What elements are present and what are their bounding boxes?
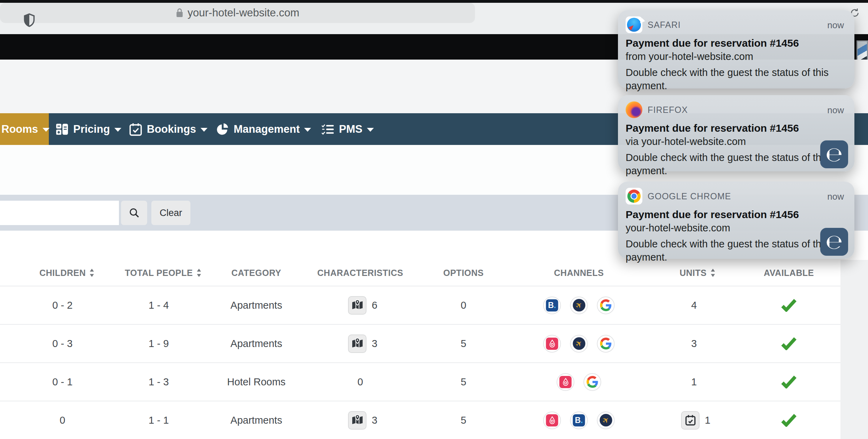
nav-item-rooms[interactable]: Rooms <box>1 113 50 145</box>
channel-icon-airbnb[interactable] <box>543 335 561 353</box>
nav-item-pricing[interactable]: Pricing <box>55 113 121 145</box>
google-logo <box>587 376 598 388</box>
airbnb-logo <box>547 338 557 349</box>
cell-total-people: 1 - 3 <box>149 363 169 401</box>
chevron-down-icon <box>304 128 311 132</box>
notification-header: GOOGLE CHROME <box>626 187 845 205</box>
characteristics-count: 3 <box>372 338 377 349</box>
column-header-category: CATEGORY <box>232 260 281 286</box>
cell-available <box>781 286 797 324</box>
characteristics-count: 3 <box>372 415 377 426</box>
cell-units: 4 <box>691 286 697 324</box>
channel-icon-booking[interactable]: B. <box>543 296 561 314</box>
search-input[interactable] <box>0 201 119 225</box>
notification-firefox[interactable]: FIREFOX now Payment due for reservation … <box>618 95 854 171</box>
chevron-down-icon <box>367 128 374 132</box>
cell-category: Apartments <box>231 401 282 439</box>
cell-available <box>781 363 797 401</box>
notification-title: Payment due for reservation #1456 <box>626 209 845 221</box>
table-header-row: CHILDREN TOTAL PEOPLE CATEGORY CHARACTER… <box>0 260 840 286</box>
table-row: 0 - 2 1 - 4 Apartments 6 0 B. ✈ <box>0 286 840 324</box>
nav-item-bookings[interactable]: Bookings <box>129 113 207 145</box>
cell-channels: B. ✈ <box>543 286 615 324</box>
notification-title: Payment due for reservation #1456 <box>626 37 845 49</box>
nav-label-bookings: Bookings <box>147 123 196 136</box>
channel-icon-expedia[interactable]: ✈ <box>570 335 588 353</box>
cell-category: Apartments <box>231 286 282 324</box>
notification-body: Double check with the guest the status o… <box>626 66 835 92</box>
safari-icon <box>626 16 642 33</box>
channel-icon-airbnb[interactable] <box>557 373 574 391</box>
nav-item-management[interactable]: Management <box>216 113 311 145</box>
characteristics-map-button[interactable] <box>348 411 367 430</box>
available-check-icon <box>781 375 797 388</box>
cell-total-people: 1 - 1 <box>149 401 169 439</box>
cell-channels: B. ✈ <box>543 401 615 439</box>
nav-label-management: Management <box>234 123 300 136</box>
privacy-shield-icon[interactable] <box>23 13 36 28</box>
cell-options: 5 <box>461 363 466 401</box>
notification-subtitle: from your-hotel-website.com <box>626 51 845 62</box>
search-button[interactable] <box>121 201 147 225</box>
airbnb-logo <box>560 377 571 387</box>
table-row: 0 - 3 1 - 9 Apartments 3 5 <box>0 324 840 362</box>
page-right-gutter <box>840 260 868 439</box>
sort-icon <box>196 268 202 277</box>
cell-available <box>781 325 797 362</box>
screenshot-root: { "browser": { "url": "your-hotel-websit… <box>0 0 868 439</box>
search-icon <box>129 207 140 218</box>
cell-characteristics: 3 <box>348 325 377 362</box>
cell-total-people: 1 - 9 <box>149 325 169 362</box>
cell-options: 5 <box>461 401 466 439</box>
units-calendar-button[interactable] <box>681 411 700 430</box>
channel-icon-expedia[interactable]: ✈ <box>570 296 588 314</box>
column-header-total-people[interactable]: TOTAL PEOPLE <box>125 260 202 286</box>
firefox-icon <box>626 101 642 118</box>
address-bar[interactable]: your-hotel-website.com <box>0 3 475 23</box>
notification-chrome[interactable]: GOOGLE CHROME now Payment due for reserv… <box>618 182 854 259</box>
channel-icon-airbnb[interactable] <box>543 411 561 429</box>
channel-icon-booking[interactable]: B. <box>570 411 588 429</box>
airbnb-logo <box>547 415 557 425</box>
bookings-calendar-icon <box>129 123 142 136</box>
cell-children: 0 - 2 <box>52 286 73 324</box>
notification-app-label: FIREFOX <box>648 105 688 115</box>
cell-children: 0 <box>60 401 65 439</box>
column-header-options: OPTIONS <box>443 260 484 286</box>
nav-item-pms[interactable]: PMS <box>321 113 374 145</box>
characteristics-map-button[interactable] <box>348 334 367 353</box>
available-check-icon <box>781 414 797 427</box>
characteristics-map-button[interactable] <box>348 296 367 315</box>
cell-options: 0 <box>461 286 466 324</box>
column-header-units[interactable]: UNITS <box>680 260 716 286</box>
channel-icon-google[interactable] <box>583 373 601 391</box>
notification-safari[interactable]: SAFARI now Payment due for reservation #… <box>618 10 854 88</box>
map-pin-icon <box>351 299 363 311</box>
column-header-available: AVAILABLE <box>764 260 814 286</box>
channel-icon-expedia[interactable]: ✈ <box>597 411 615 429</box>
cell-options: 5 <box>461 325 466 362</box>
sort-icon <box>710 268 715 277</box>
channel-icon-google[interactable] <box>597 335 615 353</box>
column-header-characteristics: CHARACTERISTICS <box>317 260 403 286</box>
pms-app-icon: ℮ <box>820 140 848 168</box>
window-top-edge <box>0 0 868 3</box>
cell-characteristics: 6 <box>348 286 377 324</box>
nav-label-pricing: Pricing <box>73 123 110 136</box>
cell-children: 0 - 3 <box>52 325 73 362</box>
google-logo <box>600 299 612 311</box>
cell-channels: ✈ <box>543 325 615 362</box>
cell-channels <box>557 363 601 401</box>
cell-units: 1 <box>691 363 697 401</box>
map-pin-icon <box>351 414 363 426</box>
notification-title: Payment due for reservation #1456 <box>626 122 845 134</box>
clear-button[interactable]: Clear <box>151 201 190 225</box>
channel-icon-google[interactable] <box>597 296 615 314</box>
sort-icon <box>89 268 95 277</box>
column-header-children[interactable]: CHILDREN <box>39 260 95 286</box>
pms-checklist-icon <box>321 123 334 136</box>
chevron-down-icon <box>201 128 207 132</box>
lock-icon <box>176 8 183 18</box>
notification-app-label: SAFARI <box>648 20 681 30</box>
cell-category: Hotel Rooms <box>227 363 286 401</box>
